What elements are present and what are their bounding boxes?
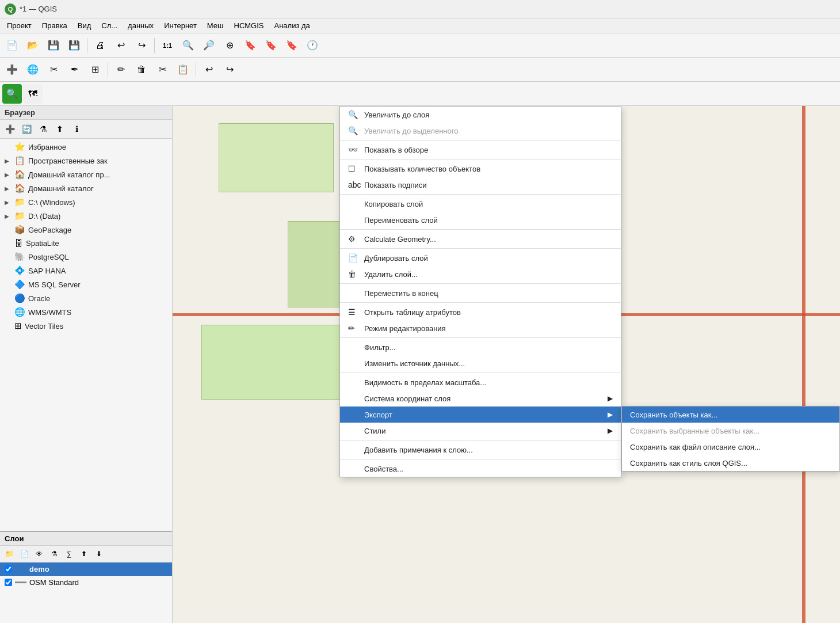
map-road-v: [802, 106, 805, 623]
browser-tree-item-11[interactable]: 🔵Oracle: [0, 291, 172, 305]
menu-item-[interactable]: Меш: [203, 20, 228, 31]
grid-btn[interactable]: ⊞: [85, 60, 105, 79]
layer-color-1: [15, 582, 26, 583]
cut-btn[interactable]: ✂: [152, 60, 172, 79]
bookmark-btn[interactable]: 🔖: [240, 36, 260, 55]
clock-btn[interactable]: 🕐: [303, 36, 322, 55]
ctx-item-filter[interactable]: Фильтр...: [340, 339, 621, 355]
add-layer-btn[interactable]: ➕: [2, 60, 22, 79]
browser-tree-item-2[interactable]: ▶🏠Домашний каталог пр...: [0, 168, 172, 181]
ctx-item-zoom-to-selection: 🔍Увеличить до выделенного: [340, 123, 621, 139]
undo2-btn[interactable]: ↩: [199, 60, 219, 79]
ctx-item-edit-mode[interactable]: ✏Режим редактирования: [340, 320, 621, 336]
add-group-btn[interactable]: 📁: [2, 547, 16, 561]
tree-label-11: Oracle: [28, 294, 50, 303]
move-layer-down-btn[interactable]: ⬇: [92, 547, 106, 561]
menu-item-[interactable]: Интернет: [159, 20, 201, 31]
ctx-item-add-notes[interactable]: Добавить примечания к слою...: [340, 442, 621, 458]
sub-item-save-layer-def[interactable]: Сохранить как файл описание слоя...: [622, 439, 839, 455]
menu-item-[interactable]: Вид: [73, 20, 96, 31]
browser-tree-item-9[interactable]: 💠SAP HANA: [0, 264, 172, 278]
ctx-item-crs[interactable]: Система координат слоя▶: [340, 390, 621, 407]
toggle-visible-btn[interactable]: 👁: [32, 547, 46, 561]
menu-item-[interactable]: Проект: [2, 20, 36, 31]
ctx-item-export[interactable]: Экспорт▶: [340, 407, 621, 423]
browser-tree-item-0[interactable]: ⭐Избранное: [0, 140, 172, 154]
browser-tree-item-6[interactable]: 📦GeoPackage: [0, 223, 172, 237]
browser-tree-item-10[interactable]: 🔷MS SQL Server: [0, 278, 172, 291]
new-project-btn[interactable]: 📄: [2, 36, 22, 55]
add-browser-btn[interactable]: ➕: [2, 121, 17, 136]
identify-btn[interactable]: 🗺: [23, 84, 43, 104]
edit-node-btn[interactable]: ✂: [44, 60, 63, 79]
sub-item-save-qgis-style[interactable]: Сохранить как стиль слоя QGIS...: [622, 455, 839, 471]
map-area[interactable]: 🔍Увеличить до слоя🔍Увеличить до выделенн…: [173, 106, 840, 623]
zoom-selection[interactable]: ⊕: [220, 36, 239, 55]
sub-item-save-features[interactable]: Сохранить объекты как...: [622, 407, 839, 423]
browser-tree-item-12[interactable]: 🌐WMS/WMTS: [0, 305, 172, 319]
layer-item-0[interactable]: demo: [0, 563, 172, 576]
ctx-item-show-overview[interactable]: 👓Показать в обзоре: [340, 142, 621, 158]
toolbar-main: 📄 📂 💾 💾 🖨 ↩ ↪ 1:1 🔍 🔎 ⊕ 🔖 🔖 🔖 🕐: [0, 33, 840, 58]
ctx-item-properties[interactable]: Свойства...: [340, 461, 621, 477]
add-layer-group-btn[interactable]: 📄: [17, 547, 31, 561]
tree-icon-1: 📋: [14, 155, 25, 166]
menu-item-[interactable]: данных: [123, 20, 158, 31]
search-btn[interactable]: 🔍: [2, 84, 22, 104]
zoom-1-1[interactable]: 1:1: [158, 36, 177, 55]
refresh-browser-btn[interactable]: 🔄: [19, 121, 34, 136]
info-browser-btn[interactable]: ℹ: [69, 121, 84, 136]
menu-item-[interactable]: Правка: [37, 20, 72, 31]
delete-btn[interactable]: 🗑: [132, 60, 151, 79]
feather-btn[interactable]: ✒: [64, 60, 84, 79]
save-project-btn[interactable]: 💾: [44, 36, 63, 55]
copy-btn[interactable]: 📋: [173, 60, 193, 79]
browser-tree-item-1[interactable]: ▶📋Пространственные зак: [0, 154, 172, 168]
filter-layers-btn[interactable]: ⚗: [47, 547, 61, 561]
browser-tree-item-13[interactable]: ⊞Vector Tiles: [0, 319, 172, 333]
ctx-item-delete-layer[interactable]: 🗑Удалить слой...: [340, 266, 621, 282]
layer-item-1[interactable]: OSM Standard: [0, 576, 172, 589]
ctx-item-styles[interactable]: Стили▶: [340, 423, 621, 439]
menu-item-[interactable]: Анализ да: [270, 20, 315, 31]
layer-checkbox-0[interactable]: [5, 565, 12, 573]
edit-btn[interactable]: ✏: [111, 60, 131, 79]
zoom-full[interactable]: 🔍: [178, 36, 198, 55]
sub-label-save-features: Сохранить объекты как...: [630, 411, 717, 419]
browser-tree-item-8[interactable]: 🐘PostgreSQL: [0, 250, 172, 264]
ctx-item-open-attributes[interactable]: ☰Открыть таблицу атрибутов: [340, 304, 621, 320]
print-btn[interactable]: 🖨: [90, 36, 110, 55]
ctx-item-move-to-end[interactable]: Переместить в конец: [340, 285, 621, 301]
browser-tree-item-3[interactable]: ▶🏠Домашний каталог: [0, 181, 172, 195]
browser-tree-item-7[interactable]: 🗄SpatiaLite: [0, 237, 172, 250]
zoom-layer[interactable]: 🔎: [199, 36, 219, 55]
ctx-label-zoom-to-selection: Увеличить до выделенного: [364, 127, 458, 135]
ctx-item-copy-layer[interactable]: Копировать слой: [340, 196, 621, 212]
layer-checkbox-1[interactable]: [5, 579, 12, 586]
globe-btn[interactable]: 🌐: [23, 60, 43, 79]
ctx-item-calculate-geometry[interactable]: ⚙Calculate Geometry...: [340, 231, 621, 247]
redo2-btn[interactable]: ↪: [220, 60, 239, 79]
save-as-btn[interactable]: 💾: [64, 36, 84, 55]
browser-tree-item-5[interactable]: ▶📁D:\ (Data): [0, 209, 172, 223]
ctx-item-show-labels[interactable]: abcПоказать подписи: [340, 177, 621, 193]
ctx-item-zoom-to-layer[interactable]: 🔍Увеличить до слоя: [340, 107, 621, 123]
move-layer-up-btn[interactable]: ⬆: [77, 547, 91, 561]
ctx-item-scale-visibility[interactable]: Видимость в пределах масштаба...: [340, 374, 621, 390]
ctx-item-duplicate-layer[interactable]: 📄Дублировать слой: [340, 250, 621, 266]
menu-item-hcmgis[interactable]: HCMGIS: [230, 20, 269, 31]
undo-btn[interactable]: ↩: [111, 36, 131, 55]
ctx-item-change-datasource[interactable]: Изменить источник данных...: [340, 355, 621, 371]
filter-browser-btn[interactable]: ⚗: [36, 121, 51, 136]
tree-icon-11: 🔵: [14, 293, 25, 303]
ctx-item-rename-layer[interactable]: Переименовать слой: [340, 212, 621, 228]
open-project-btn[interactable]: 📂: [23, 36, 43, 55]
menu-item-[interactable]: Сл...: [97, 20, 122, 31]
bookmark3-btn[interactable]: 🔖: [282, 36, 301, 55]
redo-btn[interactable]: ↪: [132, 36, 151, 55]
collapse-browser-btn[interactable]: ⬆: [52, 121, 67, 136]
filter-exp-btn[interactable]: ∑: [62, 547, 76, 561]
bookmark2-btn[interactable]: 🔖: [261, 36, 281, 55]
browser-tree-item-4[interactable]: ▶📁C:\ (Windows): [0, 195, 172, 209]
ctx-item-show-count[interactable]: ☐Показывать количество объектов: [340, 161, 621, 177]
